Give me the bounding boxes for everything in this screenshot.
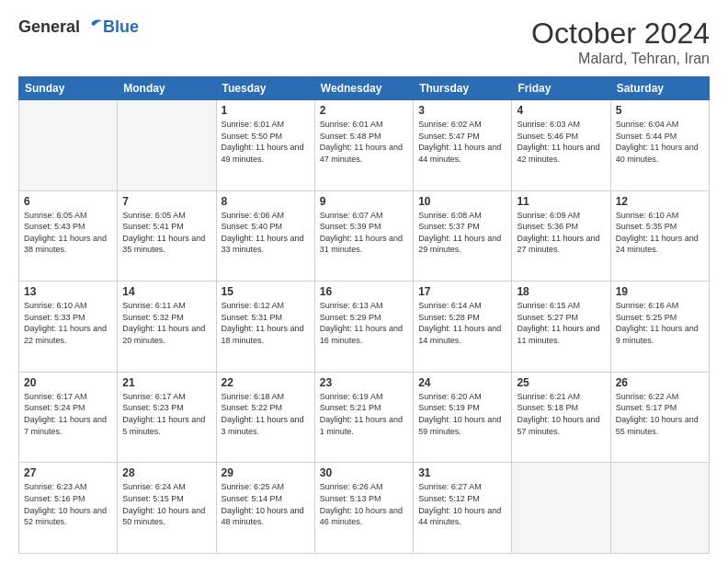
header: General Blue October 2024 Malard, Tehran… [18, 17, 710, 67]
calendar-cell: 6Sunrise: 6:05 AMSunset: 5:43 PMDaylight… [19, 190, 118, 282]
calendar-cell: 19Sunrise: 6:16 AMSunset: 5:25 PMDayligh… [610, 282, 709, 373]
day-info: Sunrise: 6:19 AMSunset: 5:21 PMDaylight:… [320, 391, 408, 437]
calendar: SundayMondayTuesdayWednesdayThursdayFrid… [18, 76, 710, 554]
calendar-cell: 8Sunrise: 6:06 AMSunset: 5:40 PMDaylight… [216, 190, 314, 282]
calendar-cell: 4Sunrise: 6:03 AMSunset: 5:46 PMDaylight… [512, 100, 610, 191]
day-info: Sunrise: 6:17 AMSunset: 5:24 PMDaylight:… [24, 391, 112, 437]
day-number: 25 [517, 376, 605, 389]
month-title: October 2024 [531, 17, 710, 51]
day-info: Sunrise: 6:12 AMSunset: 5:31 PMDaylight:… [222, 300, 310, 346]
weekday-header-friday: Friday [512, 77, 610, 100]
day-number: 1 [222, 104, 310, 117]
calendar-cell: 9Sunrise: 6:07 AMSunset: 5:39 PMDaylight… [314, 190, 413, 282]
day-info: Sunrise: 6:08 AMSunset: 5:37 PMDaylight:… [418, 210, 506, 256]
day-info: Sunrise: 6:10 AMSunset: 5:33 PMDaylight:… [24, 300, 112, 346]
week-row-1: 1Sunrise: 6:01 AMSunset: 5:50 PMDaylight… [19, 100, 710, 191]
calendar-cell: 1Sunrise: 6:01 AMSunset: 5:50 PMDaylight… [216, 100, 314, 191]
day-number: 17 [418, 285, 506, 298]
calendar-cell: 7Sunrise: 6:05 AMSunset: 5:41 PMDaylight… [118, 190, 216, 282]
day-info: Sunrise: 6:16 AMSunset: 5:25 PMDaylight:… [616, 300, 704, 346]
title-block: October 2024 Malard, Tehran, Iran [531, 17, 710, 67]
weekday-header-tuesday: Tuesday [216, 77, 314, 100]
day-info: Sunrise: 6:17 AMSunset: 5:23 PMDaylight:… [122, 391, 210, 437]
day-info: Sunrise: 6:05 AMSunset: 5:43 PMDaylight:… [24, 210, 112, 256]
calendar-cell: 10Sunrise: 6:08 AMSunset: 5:37 PMDayligh… [414, 190, 512, 282]
calendar-cell: 17Sunrise: 6:14 AMSunset: 5:28 PMDayligh… [414, 282, 512, 373]
day-info: Sunrise: 6:02 AMSunset: 5:47 PMDaylight:… [418, 119, 506, 165]
calendar-cell: 5Sunrise: 6:04 AMSunset: 5:44 PMDaylight… [610, 100, 709, 191]
day-number: 22 [222, 376, 310, 389]
weekday-header-wednesday: Wednesday [314, 77, 413, 100]
day-info: Sunrise: 6:23 AMSunset: 5:16 PMDaylight:… [24, 481, 112, 527]
location-title: Malard, Tehran, Iran [531, 51, 710, 67]
calendar-cell [610, 463, 709, 554]
calendar-cell: 31Sunrise: 6:27 AMSunset: 5:12 PMDayligh… [414, 463, 512, 554]
day-number: 21 [122, 376, 210, 389]
day-number: 18 [517, 285, 605, 298]
day-info: Sunrise: 6:01 AMSunset: 5:50 PMDaylight:… [222, 119, 310, 165]
weekday-header-sunday: Sunday [19, 77, 118, 100]
day-info: Sunrise: 6:18 AMSunset: 5:22 PMDaylight:… [222, 391, 310, 437]
day-number: 7 [122, 195, 210, 208]
calendar-cell: 24Sunrise: 6:20 AMSunset: 5:19 PMDayligh… [414, 372, 512, 463]
day-info: Sunrise: 6:10 AMSunset: 5:35 PMDaylight:… [616, 210, 704, 256]
day-number: 24 [418, 376, 506, 389]
day-info: Sunrise: 6:26 AMSunset: 5:13 PMDaylight:… [320, 481, 408, 527]
calendar-cell: 25Sunrise: 6:21 AMSunset: 5:18 PMDayligh… [512, 372, 610, 463]
day-info: Sunrise: 6:11 AMSunset: 5:32 PMDaylight:… [122, 300, 210, 346]
day-info: Sunrise: 6:21 AMSunset: 5:18 PMDaylight:… [517, 391, 605, 437]
day-number: 5 [616, 104, 704, 117]
day-number: 14 [122, 285, 210, 298]
day-info: Sunrise: 6:24 AMSunset: 5:15 PMDaylight:… [122, 481, 210, 527]
calendar-cell: 28Sunrise: 6:24 AMSunset: 5:15 PMDayligh… [118, 463, 216, 554]
calendar-cell: 21Sunrise: 6:17 AMSunset: 5:23 PMDayligh… [118, 372, 216, 463]
calendar-cell [512, 463, 610, 554]
calendar-cell: 26Sunrise: 6:22 AMSunset: 5:17 PMDayligh… [610, 372, 709, 463]
day-info: Sunrise: 6:22 AMSunset: 5:17 PMDaylight:… [616, 391, 704, 437]
logo-general: General [18, 17, 80, 37]
day-info: Sunrise: 6:03 AMSunset: 5:46 PMDaylight:… [517, 119, 605, 165]
calendar-cell: 11Sunrise: 6:09 AMSunset: 5:36 PMDayligh… [512, 190, 610, 282]
logo-text: General Blue [18, 17, 139, 37]
day-info: Sunrise: 6:13 AMSunset: 5:29 PMDaylight:… [320, 300, 408, 346]
day-number: 11 [517, 195, 605, 208]
calendar-cell: 15Sunrise: 6:12 AMSunset: 5:31 PMDayligh… [216, 282, 314, 373]
day-number: 9 [320, 195, 408, 208]
logo: General Blue [18, 17, 139, 37]
day-number: 12 [616, 195, 704, 208]
page: General Blue October 2024 Malard, Tehran… [0, 0, 728, 563]
day-number: 28 [122, 466, 210, 479]
day-number: 3 [418, 104, 506, 117]
week-row-5: 27Sunrise: 6:23 AMSunset: 5:16 PMDayligh… [19, 463, 710, 554]
day-info: Sunrise: 6:06 AMSunset: 5:40 PMDaylight:… [222, 210, 310, 256]
week-row-2: 6Sunrise: 6:05 AMSunset: 5:43 PMDaylight… [19, 190, 710, 282]
day-number: 27 [24, 466, 112, 479]
calendar-cell: 12Sunrise: 6:10 AMSunset: 5:35 PMDayligh… [610, 190, 709, 282]
day-info: Sunrise: 6:07 AMSunset: 5:39 PMDaylight:… [320, 210, 408, 256]
calendar-cell [118, 100, 216, 191]
day-number: 19 [616, 285, 704, 298]
day-info: Sunrise: 6:05 AMSunset: 5:41 PMDaylight:… [122, 210, 210, 256]
logo-blue: Blue [103, 17, 139, 37]
weekday-header-thursday: Thursday [414, 77, 512, 100]
calendar-cell: 27Sunrise: 6:23 AMSunset: 5:16 PMDayligh… [19, 463, 118, 554]
day-number: 6 [24, 195, 112, 208]
calendar-cell [19, 100, 118, 191]
day-number: 2 [320, 104, 408, 117]
day-info: Sunrise: 6:14 AMSunset: 5:28 PMDaylight:… [418, 300, 506, 346]
calendar-cell: 30Sunrise: 6:26 AMSunset: 5:13 PMDayligh… [314, 463, 413, 554]
calendar-cell: 29Sunrise: 6:25 AMSunset: 5:14 PMDayligh… [216, 463, 314, 554]
day-number: 31 [418, 466, 506, 479]
calendar-cell: 22Sunrise: 6:18 AMSunset: 5:22 PMDayligh… [216, 372, 314, 463]
day-number: 8 [222, 195, 310, 208]
day-number: 16 [320, 285, 408, 298]
day-number: 15 [222, 285, 310, 298]
logo-bird-icon [83, 17, 103, 37]
calendar-cell: 16Sunrise: 6:13 AMSunset: 5:29 PMDayligh… [314, 282, 413, 373]
day-number: 26 [616, 376, 704, 389]
calendar-cell: 3Sunrise: 6:02 AMSunset: 5:47 PMDaylight… [414, 100, 512, 191]
day-info: Sunrise: 6:20 AMSunset: 5:19 PMDaylight:… [418, 391, 506, 437]
day-info: Sunrise: 6:09 AMSunset: 5:36 PMDaylight:… [517, 210, 605, 256]
day-info: Sunrise: 6:01 AMSunset: 5:48 PMDaylight:… [320, 119, 408, 165]
day-info: Sunrise: 6:04 AMSunset: 5:44 PMDaylight:… [616, 119, 704, 165]
